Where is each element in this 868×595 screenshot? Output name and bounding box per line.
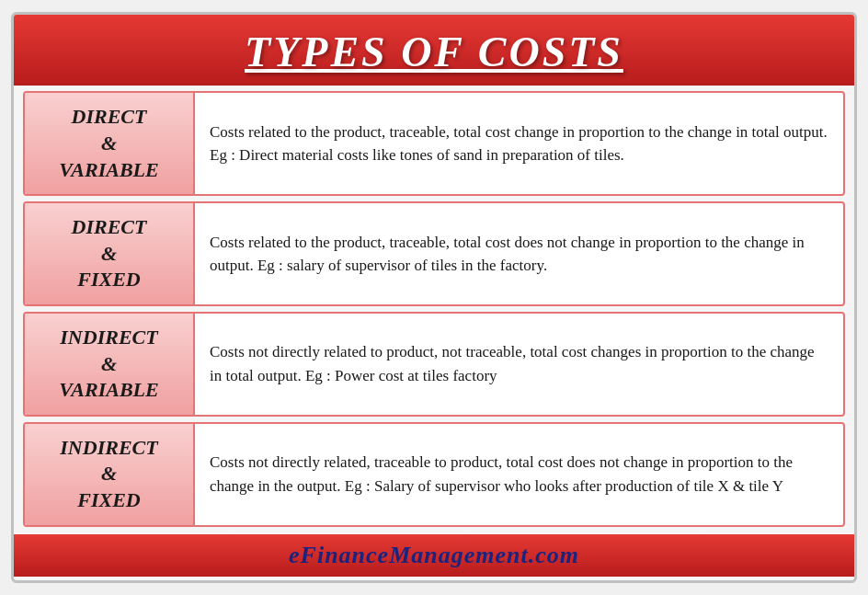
desc-text-indirect-variable: Costs not directly related to product, n… [210, 340, 828, 387]
main-card: TYPES OF COSTS DIRECT&VARIABLECosts rela… [11, 12, 857, 582]
footer-link[interactable]: eFinanceManagement.com [289, 542, 579, 568]
desc-cell-indirect-variable: Costs not directly related to product, n… [195, 314, 843, 415]
desc-text-direct-fixed: Costs related to the product, traceable,… [210, 231, 828, 278]
cost-row-direct-variable: DIRECT&VARIABLECosts related to the prod… [23, 91, 845, 196]
desc-cell-indirect-fixed: Costs not directly related, traceable to… [195, 424, 843, 525]
label-cell-direct-variable: DIRECT&VARIABLE [25, 93, 195, 194]
cost-row-direct-fixed: DIRECT&FIXEDCosts related to the product… [23, 201, 845, 306]
cost-row-indirect-fixed: INDIRECT&FIXEDCosts not directly related… [23, 422, 845, 527]
label-cell-indirect-variable: INDIRECT&VARIABLE [25, 314, 195, 415]
cost-rows-container: DIRECT&VARIABLECosts related to the prod… [14, 86, 854, 532]
footer: eFinanceManagement.com [14, 534, 854, 577]
desc-cell-direct-fixed: Costs related to the product, traceable,… [195, 203, 843, 304]
desc-text-indirect-fixed: Costs not directly related, traceable to… [210, 451, 828, 498]
desc-text-direct-variable: Costs related to the product, traceable,… [210, 120, 828, 167]
label-text-direct-variable: DIRECT&VARIABLE [59, 104, 158, 183]
desc-cell-direct-variable: Costs related to the product, traceable,… [195, 93, 843, 194]
cost-row-indirect-variable: INDIRECT&VARIABLECosts not directly rela… [23, 312, 845, 417]
label-cell-direct-fixed: DIRECT&FIXED [25, 203, 195, 304]
label-text-indirect-variable: INDIRECT&VARIABLE [59, 325, 158, 404]
label-text-indirect-fixed: INDIRECT&FIXED [60, 435, 157, 514]
label-text-direct-fixed: DIRECT&FIXED [72, 214, 147, 293]
page-title: TYPES OF COSTS [32, 28, 836, 76]
label-cell-indirect-fixed: INDIRECT&FIXED [25, 424, 195, 525]
title-bar: TYPES OF COSTS [14, 15, 854, 86]
